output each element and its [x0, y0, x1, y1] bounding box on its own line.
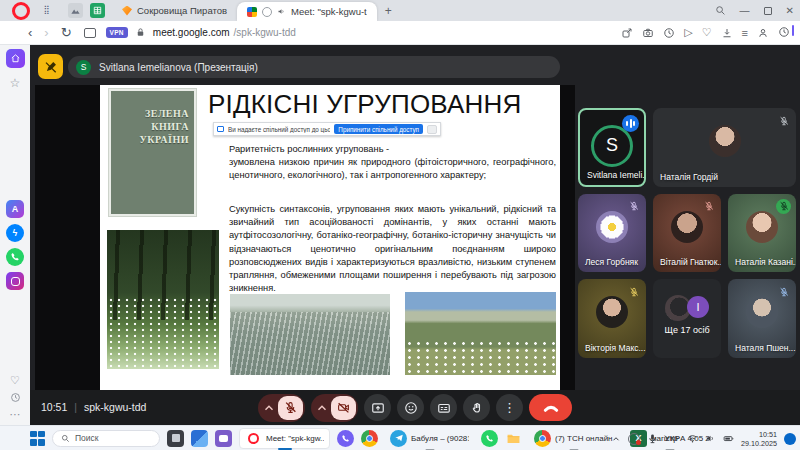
- pinned-tab-icon[interactable]: [68, 3, 83, 18]
- camera-off-button[interactable]: [331, 396, 356, 420]
- wifi-icon[interactable]: [687, 433, 698, 444]
- back-button[interactable]: ‹: [28, 26, 32, 39]
- file-explorer-icon[interactable]: [505, 430, 522, 447]
- sidebar-more-icon[interactable]: ⋯: [10, 408, 21, 421]
- widgets-icon[interactable]: [191, 430, 208, 447]
- participant-tile-svitlana[interactable]: S Svitlana Iemeli...: [578, 108, 646, 187]
- mic-off-icon: [701, 199, 716, 214]
- raise-hand-button[interactable]: [463, 394, 490, 421]
- task-view-icon[interactable]: [167, 430, 184, 447]
- aria-ai-icon[interactable]: A: [6, 200, 24, 218]
- reactions-button[interactable]: [397, 394, 424, 421]
- start-button[interactable]: [30, 431, 45, 446]
- more-options-button[interactable]: ⋮: [496, 394, 523, 421]
- reading-list-icon[interactable]: ≡: [742, 27, 748, 39]
- camera-options-chevron[interactable]: [315, 401, 329, 415]
- participant-name: Віталій Гнатюк...: [660, 257, 721, 267]
- maximize-button[interactable]: [764, 7, 772, 15]
- book-title: ЗЕЛЕНА КНИГА УКРАЇНИ: [139, 107, 189, 146]
- mic-options-chevron[interactable]: [262, 401, 276, 415]
- participant-tile-hnatiuk[interactable]: Віталій Гнатюк...: [653, 194, 721, 273]
- profile-icon[interactable]: [757, 27, 769, 39]
- chat-icon[interactable]: [215, 430, 232, 447]
- annotation-pen-button[interactable]: [38, 54, 63, 79]
- volume-icon[interactable]: [705, 433, 716, 444]
- avatar: [746, 296, 778, 328]
- share-page-icon[interactable]: [621, 27, 633, 39]
- mic-mute-button[interactable]: [278, 396, 303, 420]
- chrome-icon[interactable]: [361, 430, 378, 447]
- history-icon[interactable]: [663, 27, 675, 39]
- address-toolbar: ‹ › ↻ VPN meet.google.com/spk-kgwu-tdd ▷…: [0, 21, 800, 45]
- camera-control-group: [311, 394, 358, 422]
- history-sidebar-icon[interactable]: [10, 392, 21, 403]
- reload-button[interactable]: ↻: [61, 26, 72, 39]
- tray-chevron-icon[interactable]: [611, 434, 621, 444]
- minimize-button[interactable]: —: [740, 5, 750, 16]
- messenger-icon[interactable]: ϟ: [6, 224, 24, 242]
- taskbar-opera-meet-window[interactable]: Meet: "spk-kgw...: [239, 428, 330, 449]
- hide-notice-button[interactable]: [427, 125, 437, 134]
- tray-date: 29.10.2025: [741, 439, 777, 448]
- sidebar-setup-icon[interactable]: [778, 24, 790, 42]
- tab-meet[interactable]: Meet: "spk-kgwu-t: [237, 2, 377, 21]
- tab-pirate-treasures[interactable]: Сокровища Пиратов: [112, 0, 237, 21]
- forward-button[interactable]: ›: [44, 26, 48, 39]
- participant-name: Вікторія Макс...: [585, 343, 646, 353]
- tab-search-icon[interactable]: [715, 5, 726, 16]
- battery-icon[interactable]: [723, 433, 734, 444]
- downloads-icon[interactable]: [721, 27, 733, 39]
- participant-name: Наталія Казані...: [735, 257, 796, 267]
- update-icon[interactable]: [628, 433, 640, 445]
- extension-badge-icon: [262, 7, 272, 17]
- overflow-participants-tile[interactable]: I Ще 17 осіб: [653, 279, 721, 358]
- workspaces-icon[interactable]: ⦙⦙: [44, 4, 58, 17]
- whatsapp-sidebar-icon[interactable]: [6, 248, 24, 266]
- participant-tile-gordii[interactable]: Наталія Гордій: [653, 108, 796, 187]
- language-indicator[interactable]: УКР: [665, 434, 680, 443]
- taskbar-chrome-window[interactable]: (7) ТСН онлайн ...: [529, 428, 618, 449]
- book-cover-image: ЗЕЛЕНА КНИГА УКРАЇНИ: [109, 89, 196, 216]
- clock[interactable]: 10:51 29.10.2025: [741, 430, 777, 448]
- window-title: Meet: "spk-kgw...: [266, 434, 324, 443]
- start-page-icon[interactable]: [6, 49, 25, 68]
- lock-icon[interactable]: [135, 27, 146, 38]
- tab-audio-icon: [277, 7, 286, 16]
- player-icon[interactable]: ▷: [684, 26, 692, 39]
- taskbar-search[interactable]: Поиск: [52, 430, 160, 447]
- screen-icon: [217, 126, 224, 132]
- meeting-time: 10:51: [41, 401, 67, 413]
- tray-time: 10:51: [741, 430, 777, 439]
- instagram-icon[interactable]: [6, 272, 24, 290]
- opera-icon: [245, 430, 262, 447]
- bookmark-heart-icon[interactable]: ♡: [702, 26, 712, 39]
- tab-tiling-icon[interactable]: [84, 28, 96, 38]
- notification-badge[interactable]: [784, 433, 796, 445]
- viber-icon[interactable]: [337, 430, 354, 447]
- gem-icon: [122, 6, 132, 16]
- whatsapp-icon[interactable]: [481, 430, 498, 447]
- taskbar-telegram-window[interactable]: Бабуля – (90281): [385, 428, 474, 449]
- address-url[interactable]: meet.google.com/spk-kgwu-tdd: [153, 27, 296, 38]
- participant-tile-horbniak[interactable]: Леся Горбняк: [578, 194, 646, 273]
- opera-logo[interactable]: [12, 2, 30, 20]
- bookmarks-star-icon[interactable]: ☆: [10, 76, 21, 90]
- participant-tile-maks[interactable]: Вікторія Макс...: [578, 279, 646, 358]
- search-placeholder: Поиск: [75, 433, 99, 443]
- snapshot-camera-icon[interactable]: [642, 27, 654, 39]
- sheets-pinned-tab-icon[interactable]: [90, 3, 105, 18]
- favorites-heart-icon[interactable]: ♡: [10, 374, 20, 387]
- close-button[interactable]: ✕: [786, 5, 794, 16]
- participant-tile-kazani[interactable]: Наталія Казані...: [728, 194, 796, 273]
- end-call-button[interactable]: [529, 394, 572, 421]
- stop-sharing-button[interactable]: Припинити спільний доступ: [334, 124, 423, 134]
- present-screen-button[interactable]: [364, 394, 391, 421]
- vpn-badge[interactable]: VPN: [106, 27, 128, 38]
- captions-button[interactable]: [430, 394, 457, 421]
- pen-off-icon: [44, 60, 58, 74]
- presenter-avatar: S: [76, 60, 91, 75]
- slide-paragraph-1: Раритетність рослинних угруповань - зумо…: [229, 143, 556, 183]
- new-tab-button[interactable]: +: [385, 4, 392, 18]
- tray-mic-icon[interactable]: [647, 433, 658, 444]
- participant-tile-pshen[interactable]: Наталя Пшен...: [728, 279, 796, 358]
